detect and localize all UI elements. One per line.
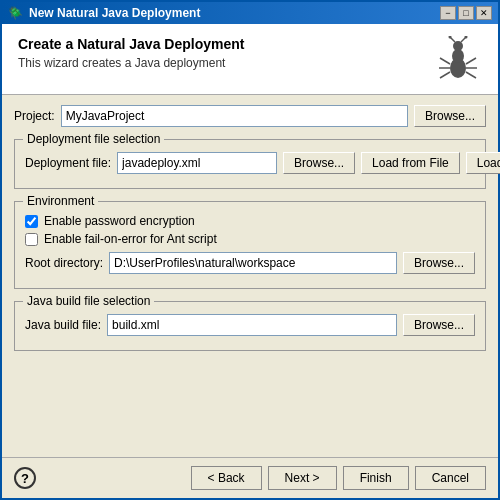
environment-group: Environment Enable password encryption E…: [14, 201, 486, 289]
password-encryption-label: Enable password encryption: [44, 214, 195, 228]
password-encryption-checkbox[interactable]: [25, 215, 38, 228]
window-icon: 🪲: [8, 6, 23, 20]
svg-point-1: [452, 49, 464, 63]
svg-line-5: [440, 72, 450, 78]
load-defaults-button[interactable]: Load Defaults: [466, 152, 500, 174]
deployment-file-label: Deployment file:: [25, 156, 111, 170]
deployment-file-group: Deployment file selection Deployment fil…: [14, 139, 486, 189]
back-button[interactable]: < Back: [191, 466, 262, 490]
finish-button[interactable]: Finish: [343, 466, 409, 490]
footer-buttons: < Back Next > Finish Cancel: [191, 466, 486, 490]
project-browse-button[interactable]: Browse...: [414, 105, 486, 127]
java-build-group-title: Java build file selection: [23, 294, 154, 308]
deployment-group-title: Deployment file selection: [23, 132, 164, 146]
svg-line-3: [440, 58, 450, 64]
environment-group-title: Environment: [23, 194, 98, 208]
password-encryption-row: Enable password encryption: [25, 214, 475, 228]
window-title: New Natural Java Deployment: [29, 6, 200, 20]
header-section: Create a Natural Java Deployment This wi…: [2, 24, 498, 95]
fail-on-error-label: Enable fail-on-error for Ant script: [44, 232, 217, 246]
fail-on-error-row: Enable fail-on-error for Ant script: [25, 232, 475, 246]
project-row: Project: Browse...: [14, 105, 486, 127]
body-section: Project: Browse... Deployment file selec…: [2, 95, 498, 457]
project-input[interactable]: [61, 105, 408, 127]
page-subtitle: This wizard creates a Java deployment: [18, 56, 244, 70]
svg-line-6: [466, 58, 476, 64]
deployment-file-row: Deployment file: Browse... Load from Fil…: [25, 152, 475, 174]
java-build-file-row: Java build file: Browse...: [25, 314, 475, 336]
close-button[interactable]: ✕: [476, 6, 492, 20]
help-button[interactable]: ?: [14, 467, 36, 489]
content-area: Create a Natural Java Deployment This wi…: [2, 24, 498, 498]
next-button[interactable]: Next >: [268, 466, 337, 490]
root-dir-row: Root directory: Browse...: [25, 252, 475, 274]
java-build-browse-button[interactable]: Browse...: [403, 314, 475, 336]
java-build-file-label: Java build file:: [25, 318, 101, 332]
deployment-browse-button[interactable]: Browse...: [283, 152, 355, 174]
minimize-button[interactable]: −: [440, 6, 456, 20]
title-bar: 🪲 New Natural Java Deployment − □ ✕: [2, 2, 498, 24]
root-dir-browse-button[interactable]: Browse...: [403, 252, 475, 274]
fail-on-error-checkbox[interactable]: [25, 233, 38, 246]
java-build-group: Java build file selection Java build fil…: [14, 301, 486, 351]
project-label: Project:: [14, 109, 55, 123]
maximize-button[interactable]: □: [458, 6, 474, 20]
footer: ? < Back Next > Finish Cancel: [2, 457, 498, 498]
svg-point-2: [453, 41, 463, 51]
root-dir-label: Root directory:: [25, 256, 103, 270]
header-text: Create a Natural Java Deployment This wi…: [18, 36, 244, 70]
title-bar-controls: − □ ✕: [440, 6, 492, 20]
svg-line-8: [466, 72, 476, 78]
deployment-file-input[interactable]: [117, 152, 277, 174]
load-from-file-button[interactable]: Load from File: [361, 152, 460, 174]
cancel-button[interactable]: Cancel: [415, 466, 486, 490]
title-bar-left: 🪲 New Natural Java Deployment: [8, 6, 200, 20]
main-window: 🪲 New Natural Java Deployment − □ ✕ Crea…: [0, 0, 500, 500]
root-dir-input[interactable]: [109, 252, 397, 274]
page-title: Create a Natural Java Deployment: [18, 36, 244, 52]
java-build-file-input[interactable]: [107, 314, 397, 336]
wizard-icon: [434, 36, 482, 84]
